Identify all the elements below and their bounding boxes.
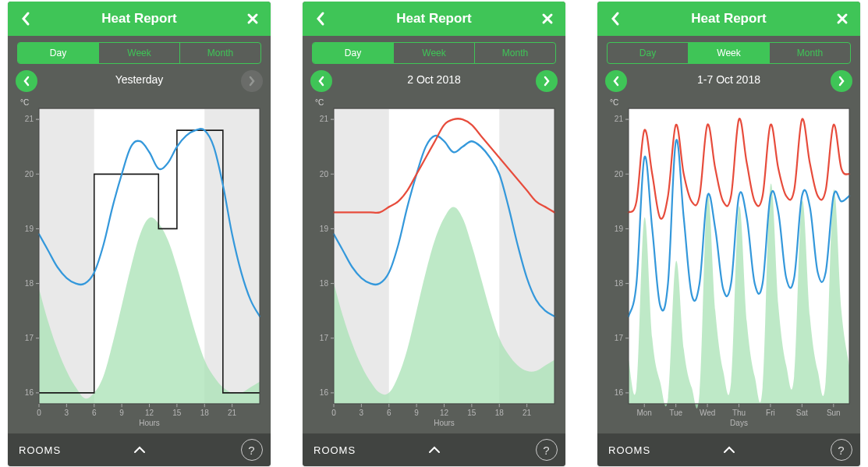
bottom-bar: ROOMS ? bbox=[303, 433, 565, 466]
date-label: 1-7 Oct 2018 bbox=[697, 73, 760, 86]
expand-rooms-button[interactable] bbox=[722, 445, 736, 455]
svg-text:20: 20 bbox=[25, 169, 34, 178]
svg-text:6: 6 bbox=[387, 409, 391, 417]
rooms-button-label[interactable]: ROOMS bbox=[314, 444, 356, 456]
svg-text:21: 21 bbox=[615, 115, 623, 123]
help-button[interactable]: ? bbox=[831, 439, 852, 461]
heat-report-screen-week: Heat Report Day Week Month 1-7 Oct 2018 … bbox=[597, 2, 860, 466]
svg-text:12: 12 bbox=[440, 409, 448, 417]
svg-text:0: 0 bbox=[331, 409, 336, 417]
tab-day[interactable]: Day bbox=[313, 43, 394, 63]
svg-text:Sun: Sun bbox=[827, 409, 841, 417]
rooms-button-label[interactable]: ROOMS bbox=[608, 444, 650, 456]
page-title: Heat Report bbox=[101, 11, 176, 27]
help-icon: ? bbox=[543, 444, 550, 457]
chevron-right-icon bbox=[248, 76, 256, 87]
close-button[interactable] bbox=[831, 2, 854, 36]
svg-text:Thu: Thu bbox=[732, 409, 746, 417]
prev-day-button[interactable] bbox=[310, 70, 332, 92]
rooms-button-label[interactable]: ROOMS bbox=[19, 444, 61, 456]
next-day-button bbox=[241, 70, 263, 92]
period-segmented-control: Day Week Month bbox=[17, 42, 261, 64]
tab-week[interactable]: Week bbox=[394, 43, 475, 63]
svg-text:Wed: Wed bbox=[700, 409, 716, 417]
page-title: Heat Report bbox=[396, 11, 471, 27]
chevron-left-icon bbox=[315, 11, 326, 27]
svg-text:Hours: Hours bbox=[139, 418, 160, 426]
tab-month[interactable]: Month bbox=[180, 43, 260, 63]
svg-text:19: 19 bbox=[615, 224, 623, 232]
svg-text:Sat: Sat bbox=[796, 409, 808, 417]
heat-report-screen-day-date: Heat Report Day Week Month 2 Oct 2018 °C… bbox=[303, 2, 565, 466]
svg-text:9: 9 bbox=[414, 409, 419, 417]
chevron-up-icon bbox=[722, 445, 736, 455]
svg-text:19: 19 bbox=[25, 224, 34, 232]
tab-day[interactable]: Day bbox=[608, 43, 689, 63]
svg-text:17: 17 bbox=[615, 334, 623, 342]
help-icon: ? bbox=[838, 444, 845, 457]
close-button[interactable] bbox=[536, 2, 559, 36]
svg-text:15: 15 bbox=[467, 409, 476, 417]
svg-text:°C: °C bbox=[20, 98, 30, 107]
help-button[interactable]: ? bbox=[536, 439, 558, 461]
period-segmented-control: Day Week Month bbox=[312, 42, 556, 64]
close-icon bbox=[836, 12, 849, 25]
svg-text:°C: °C bbox=[315, 98, 324, 107]
svg-text:9: 9 bbox=[119, 409, 124, 417]
help-button[interactable]: ? bbox=[241, 439, 263, 461]
date-label: Yesterday bbox=[115, 73, 164, 86]
chevron-left-icon bbox=[612, 76, 620, 87]
close-icon bbox=[541, 12, 554, 25]
prev-week-button[interactable] bbox=[605, 70, 627, 92]
tab-month[interactable]: Month bbox=[475, 43, 555, 63]
page-title: Heat Report bbox=[691, 11, 766, 27]
tab-month[interactable]: Month bbox=[770, 43, 850, 63]
svg-text:6: 6 bbox=[92, 409, 97, 417]
svg-text:0: 0 bbox=[37, 409, 41, 417]
heat-report-screen-day-yesterday: Heat Report Day Week Month Yesterday °C1… bbox=[8, 2, 271, 466]
titlebar: Heat Report bbox=[8, 2, 271, 36]
svg-text:18: 18 bbox=[615, 278, 623, 287]
svg-text:3: 3 bbox=[65, 409, 69, 417]
svg-text:21: 21 bbox=[523, 409, 531, 417]
close-button[interactable] bbox=[241, 2, 264, 36]
svg-text:18: 18 bbox=[320, 278, 328, 287]
tab-week[interactable]: Week bbox=[689, 43, 770, 63]
chevron-up-icon bbox=[427, 445, 441, 455]
next-day-button[interactable] bbox=[536, 70, 558, 92]
svg-text:18: 18 bbox=[200, 409, 209, 417]
svg-text:21: 21 bbox=[320, 115, 328, 123]
chevron-left-icon bbox=[317, 76, 325, 87]
help-icon: ? bbox=[248, 444, 255, 457]
svg-text:12: 12 bbox=[145, 409, 154, 417]
back-button[interactable] bbox=[604, 2, 627, 36]
svg-text:16: 16 bbox=[320, 388, 328, 397]
expand-rooms-button[interactable] bbox=[133, 445, 147, 455]
svg-text:15: 15 bbox=[172, 409, 181, 417]
svg-text:16: 16 bbox=[25, 388, 34, 397]
svg-text:18: 18 bbox=[495, 409, 504, 417]
svg-rect-3 bbox=[204, 108, 260, 404]
prev-day-button[interactable] bbox=[16, 70, 37, 92]
svg-text:21: 21 bbox=[228, 409, 236, 417]
date-label: 2 Oct 2018 bbox=[407, 73, 461, 86]
date-navigator: 1-7 Oct 2018 bbox=[597, 67, 860, 92]
temperature-chart-day: °C161718192021036912151821Hours bbox=[310, 95, 558, 429]
tab-week[interactable]: Week bbox=[99, 43, 180, 63]
back-button[interactable] bbox=[14, 2, 37, 36]
svg-text:16: 16 bbox=[615, 388, 623, 397]
tab-day[interactable]: Day bbox=[18, 43, 99, 63]
temperature-chart-day: °C161718192021036912151821Hours bbox=[16, 95, 263, 429]
back-button[interactable] bbox=[309, 2, 332, 36]
svg-text:20: 20 bbox=[320, 169, 328, 178]
expand-rooms-button[interactable] bbox=[427, 445, 441, 455]
svg-text:Days: Days bbox=[730, 418, 748, 426]
svg-text:20: 20 bbox=[615, 169, 623, 178]
next-week-button[interactable] bbox=[831, 70, 852, 92]
chevron-up-icon bbox=[133, 445, 147, 455]
titlebar: Heat Report bbox=[597, 2, 860, 36]
date-navigator: Yesterday bbox=[8, 67, 271, 92]
svg-text:Tue: Tue bbox=[669, 409, 682, 417]
chevron-right-icon bbox=[838, 76, 845, 87]
temperature-chart-week: °C161718192021MonTueWedThuFriSatSunDays bbox=[605, 95, 852, 429]
